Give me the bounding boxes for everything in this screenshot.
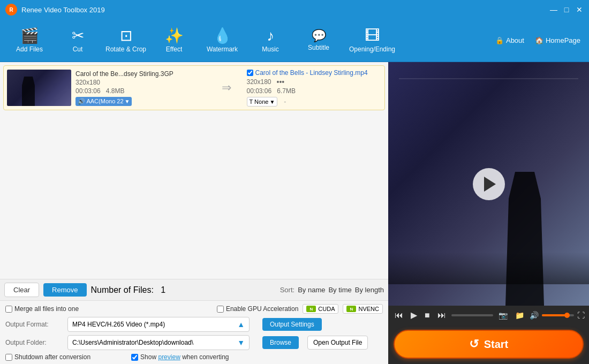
window-controls: — □ ✕ — [549, 5, 584, 14]
output-extra-info: - — [284, 98, 286, 105]
file-thumbnail — [7, 70, 71, 106]
settings-row-3: Output Folder: C:\Users\Administrator\De… — [5, 335, 383, 350]
file-list: Carol of the Be...dsey Stirling.3GP 320x… — [0, 62, 388, 279]
toolbar-music[interactable]: ♪ Music — [246, 22, 294, 59]
folder-select-value: C:\Users\Administrator\Desktop\download\ — [72, 339, 193, 346]
cuda-badge[interactable]: N CUDA — [303, 304, 338, 314]
bottom-controls: Clear Remove Number of Files: 1 Sort: By… — [0, 279, 388, 300]
shutdown-checkbox[interactable] — [5, 354, 12, 361]
toolbar-cut[interactable]: ✂ Cut — [54, 22, 102, 59]
about-label: About — [506, 36, 524, 44]
open-folder-button[interactable]: 📁 — [513, 310, 526, 321]
convert-arrow: ⇒ — [210, 81, 243, 95]
about-link[interactable]: 🔒 About — [492, 34, 527, 47]
folder-select-arrow: ▼ — [237, 338, 245, 347]
start-refresh-icon: ↺ — [469, 337, 479, 351]
output-settings-button[interactable]: Output Settings — [262, 318, 322, 331]
start-area: ↺ Start — [388, 324, 589, 364]
open-output-button[interactable]: Open Output File — [307, 336, 368, 350]
browse-button[interactable]: Browse — [262, 336, 299, 349]
video-preview — [388, 62, 589, 306]
toolbar-opening-ending-label: Opening/Ending — [349, 46, 395, 53]
title-bar: R Renee Video Toolbox 2019 — □ ✕ — [0, 0, 589, 19]
close-button[interactable]: ✕ — [575, 5, 584, 14]
gpu-checkbox[interactable] — [217, 306, 224, 313]
source-size: 4.8MB — [106, 87, 125, 95]
source-dims: 320x180 — [75, 79, 206, 86]
remove-button[interactable]: Remove — [43, 283, 86, 297]
right-panel: ⏮ ▶ ■ ⏭ 📷 📁 🔊 ⛶ ↺ Start — [388, 62, 589, 364]
homepage-link[interactable]: 🏠 HomePage — [532, 34, 584, 47]
volume-bar[interactable] — [542, 314, 574, 316]
subtitle-select[interactable]: T None ▼ — [247, 97, 278, 107]
effect-icon: ✨ — [165, 28, 184, 43]
play-button-overlay[interactable] — [473, 168, 505, 200]
seek-start-button[interactable]: ⏮ — [392, 309, 405, 321]
output-checkbox[interactable] — [247, 70, 253, 76]
music-icon: ♪ — [267, 28, 274, 43]
output-info: Carol of the Bells - Lindsey Stirling.mp… — [243, 69, 382, 107]
toolbar-watermark[interactable]: 💧 Watermark — [198, 22, 246, 59]
source-controls: 🔊 AAC(Mono 22 ▼ — [75, 97, 206, 106]
show-preview-checkbox[interactable] — [131, 354, 138, 361]
sort-by-time[interactable]: By time — [328, 286, 351, 294]
source-filename: Carol of the Be...dsey Stirling.3GP — [75, 70, 206, 78]
preview-link[interactable]: preview — [158, 353, 180, 361]
toolbar-music-label: Music — [262, 46, 278, 53]
toolbar-effect[interactable]: ✨ Effect — [150, 22, 198, 59]
output-dims: 320x180 — [247, 78, 271, 86]
sort-by-length[interactable]: By length — [355, 286, 384, 294]
nvenc-icon: N — [346, 306, 356, 312]
nvenc-badge[interactable]: N NVENC — [343, 304, 383, 314]
sort-by-name[interactable]: By name — [298, 286, 325, 294]
toolbar-opening-ending[interactable]: 🎞 Opening/Ending — [343, 22, 402, 59]
show-preview-label: Show preview when converting — [140, 353, 229, 361]
fullscreen-button[interactable]: ⛶ — [577, 311, 585, 320]
start-button[interactable]: ↺ Start — [394, 330, 584, 359]
output-meta: 00:03:06 6.7MB — [247, 87, 377, 95]
format-select[interactable]: MP4 HEVC/H.265 Video (*.mp4) ▲ — [67, 317, 250, 332]
folder-select[interactable]: C:\Users\Administrator\Desktop\download\… — [67, 335, 250, 350]
toolbar-effect-label: Effect — [166, 46, 182, 53]
file-count-label: Number of Files: 1 — [91, 285, 166, 295]
output-controls: T None ▼ - — [247, 97, 377, 107]
gpu-checkbox-label[interactable]: Enable GPU Acceleration — [217, 305, 298, 313]
opening-ending-icon: 🎞 — [365, 28, 380, 43]
format-select-value: MP4 HEVC/H.265 Video (*.mp4) — [72, 321, 165, 328]
home-icon: 🏠 — [535, 36, 543, 44]
cuda-label: CUDA — [318, 306, 335, 312]
cuda-icon: N — [306, 306, 316, 312]
merge-label: Merge all files into one — [14, 305, 79, 313]
shutdown-checkbox-label[interactable]: Shutdown after conversion — [5, 353, 90, 361]
screenshot-button[interactable]: 📷 — [496, 310, 510, 321]
audio-select[interactable]: 🔊 AAC(Mono 22 ▼ — [75, 97, 132, 106]
shutdown-label: Shutdown after conversion — [14, 353, 90, 361]
play-pause-button[interactable]: ▶ — [409, 309, 419, 321]
volume-knob[interactable] — [564, 313, 570, 318]
show-preview-checkbox-label[interactable]: Show preview when converting — [131, 353, 229, 361]
progress-bar[interactable] — [451, 314, 493, 316]
seek-end-button[interactable]: ⏭ — [435, 309, 448, 321]
sort-label: Sort: — [280, 286, 294, 294]
toolbar-subtitle[interactable]: 💬 Subtitle — [294, 22, 343, 59]
app-title: Renee Video Toolbox 2019 — [21, 6, 549, 14]
subtitle-select-arrow: ▼ — [269, 99, 275, 105]
file-row: Carol of the Be...dsey Stirling.3GP 320x… — [3, 65, 385, 110]
watermark-icon: 💧 — [213, 28, 232, 43]
minimize-button[interactable]: — — [549, 5, 558, 14]
toolbar-rotate-crop[interactable]: ⊡ Rotate & Crop — [102, 22, 150, 59]
toolbar-add-files[interactable]: 🎬 Add Files — [5, 22, 54, 59]
merge-checkbox[interactable] — [5, 306, 12, 313]
subtitle-select-label: T None — [250, 98, 269, 105]
output-filename: Carol of the Bells - Lindsey Stirling.mp… — [255, 69, 368, 77]
about-lock-icon: 🔒 — [495, 36, 504, 44]
clear-button[interactable]: Clear — [4, 283, 39, 297]
video-controls: ⏮ ▶ ■ ⏭ 📷 📁 🔊 ⛶ — [388, 306, 589, 324]
more-options-button[interactable]: ••• — [275, 78, 287, 86]
output-duration: 00:03:06 — [247, 87, 272, 95]
stop-button[interactable]: ■ — [422, 309, 432, 321]
settings-row-1: Merge all files into one Enable GPU Acce… — [5, 304, 383, 314]
play-triangle-icon — [484, 177, 496, 192]
merge-checkbox-label[interactable]: Merge all files into one — [5, 305, 79, 313]
maximize-button[interactable]: □ — [562, 5, 571, 14]
